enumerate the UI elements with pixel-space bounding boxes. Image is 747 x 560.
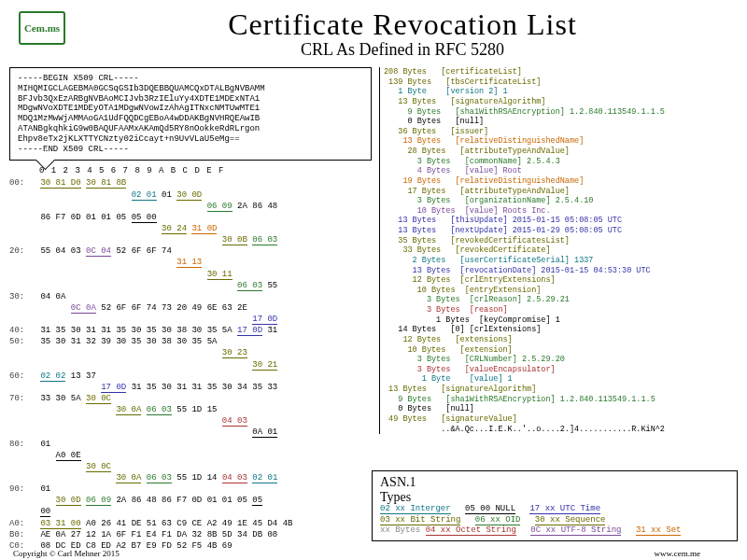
- pem-line: ATANBgkqhkiG9w0BAQUFAAMxAKAmQd5RY8nOokke…: [18, 124, 363, 134]
- pem-line: BFJvb3QxEzARBgNVBAoMCIJvb3RzIEluYy4XDTE1…: [18, 94, 363, 105]
- pem-line: MIHQMIGCLAGEBMA0GCSqGSIb3DQEBBQUAMCQxDTA…: [18, 84, 363, 94]
- hex-column-header: 0 1 2 3 4 5 6 7 8 9 A B C D E F: [39, 166, 372, 175]
- pem-end: -----END X509 CRL-----: [18, 145, 363, 155]
- pem-line: Ehpv8eTx2jKLXTTYCNzty02iCcayt+n9UvVLaU5e…: [18, 134, 363, 145]
- page-title: Certificate Revocation List: [77, 7, 728, 42]
- logo: Cem.ms: [19, 11, 65, 45]
- asn1-legend: ASN.1Types 02 xx Interger 05 00 NULL 17 …: [372, 470, 738, 541]
- footer: Copyright © Carl Mehner 2015 www.cem.me: [9, 549, 738, 558]
- copyright: Copyright © Carl Mehner 2015: [13, 549, 120, 558]
- left-panel: -----BEGIN X509 CRL----- MIHQMIGCLAGEBMA…: [9, 67, 372, 552]
- pem-line: MDQ1MzMwWjAMMAoGA1UdFQQDCgEBoA4wDDAKBgNV…: [18, 114, 363, 124]
- url: www.cem.me: [655, 549, 700, 558]
- pem-line: MDgwNVoXDTE1MDEyOTA1MDgwNVowIzAhAgITNxcN…: [18, 104, 363, 114]
- hex-dump: 00: 30 81 D0 30 81 8B 02 01 01 30 0D 06 …: [9, 177, 372, 552]
- header: Cem.ms Certificate Revocation List CRL A…: [0, 0, 747, 63]
- pem-begin: -----BEGIN X509 CRL-----: [18, 74, 363, 84]
- pem-block: -----BEGIN X509 CRL----- MIHQMIGCLAGEBMA…: [9, 67, 372, 161]
- page-subtitle: CRL As Defined in RFC 5280: [77, 40, 728, 60]
- asn1-tree: 208 Bytes [certificateList] 139 Bytes [t…: [379, 67, 738, 434]
